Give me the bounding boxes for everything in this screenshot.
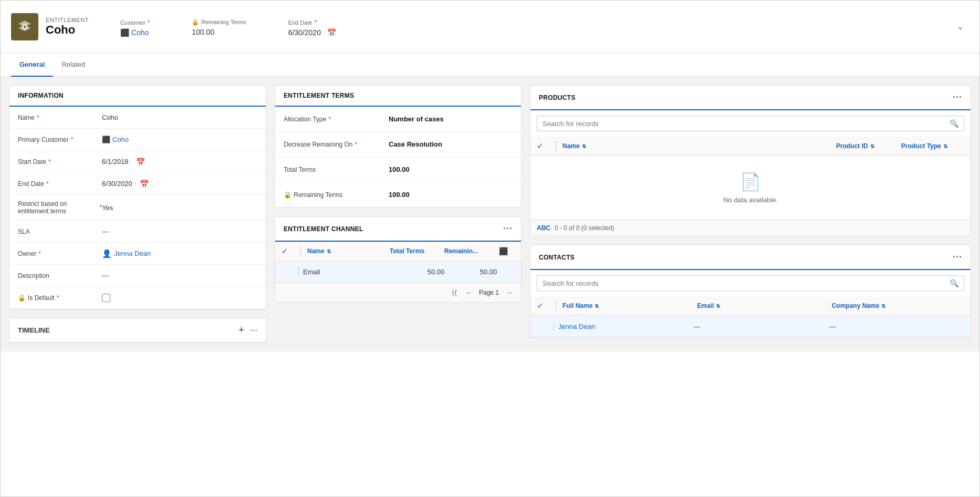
products-col-id-header[interactable]: Product ID ⇅ xyxy=(836,142,899,150)
is-default-lock-icon: 🔒 xyxy=(18,294,26,302)
remaining-terms-field: 🔒 Remaining Terms 100.00 xyxy=(192,19,246,36)
channel-row-0-total: 50.00 xyxy=(410,268,462,276)
end-date-info-calendar-icon[interactable]: 📅 xyxy=(140,180,149,188)
entitlement-channel-header: ENTITLEMENT CHANNEL ··· xyxy=(275,217,521,242)
info-row-is-default: 🔒 Is Default * xyxy=(9,287,266,309)
left-column: INFORMATION Name * Coho xyxy=(9,85,266,343)
tab-related[interactable]: Related xyxy=(53,53,93,77)
products-type-sort-icon: ⇅ xyxy=(943,143,947,149)
header-collapse-button[interactable]: ⌄ xyxy=(957,22,969,32)
contacts-select-all[interactable]: ✓ xyxy=(537,301,549,310)
channel-select-all-check[interactable]: ✓ xyxy=(282,246,294,256)
contacts-col-company-header[interactable]: Company Name ⇅ xyxy=(832,302,964,309)
info-value-end-date: 6/30/2020 📅 xyxy=(102,180,257,188)
info-row-end-date: End Date * 6/30/2020 📅 xyxy=(9,173,266,195)
contacts-row-0-name-link[interactable]: Jenna Dean xyxy=(558,323,595,330)
contacts-col-name-header[interactable]: Full Name ⇅ xyxy=(562,302,695,309)
main-content: INFORMATION Name * Coho xyxy=(1,77,979,351)
abc-label[interactable]: ABC xyxy=(537,224,550,232)
contacts-col-email-header[interactable]: Email ⇅ xyxy=(697,302,829,309)
contacts-company-sort-icon: ⇅ xyxy=(881,303,885,309)
primary-customer-required: * xyxy=(71,136,74,143)
products-count: 0 - 0 of 0 (0 selected) xyxy=(555,224,614,232)
products-id-sort-icon: ⇅ xyxy=(870,143,874,149)
start-date-calendar-icon[interactable]: 📅 xyxy=(136,158,145,166)
info-value-name: Coho xyxy=(102,113,257,121)
information-card-header: INFORMATION xyxy=(9,86,266,107)
products-header: PRODUCTS ··· xyxy=(530,86,971,110)
products-no-data: 📄 No data available. xyxy=(530,156,971,220)
products-more-button[interactable]: ··· xyxy=(953,92,962,103)
products-col-name-header[interactable]: Name ⇅ xyxy=(562,142,834,150)
tabs-bar: General Related xyxy=(1,53,979,77)
contacts-search-input[interactable] xyxy=(543,279,950,287)
terms-row-decrease: Decrease Remaining On * Case Resolution xyxy=(275,132,521,157)
products-grid-header: ✓ Name ⇅ Product ID ⇅ Product Type ⇅ xyxy=(530,137,971,156)
info-label-primary-customer: Primary Customer * xyxy=(18,136,102,143)
customer-link[interactable]: ⬛ Coho xyxy=(120,28,149,37)
channel-name-sort-icon: ⇅ xyxy=(327,248,331,254)
customer-value: ⬛ Coho xyxy=(120,28,150,37)
remaining-terms-value: 100.00 xyxy=(192,28,246,36)
end-date-field: End Date * 6/30/2020 📅 xyxy=(288,19,336,37)
channel-col-remain-header[interactable]: Remainin... xyxy=(444,247,497,255)
entity-name: Coho xyxy=(46,23,89,37)
info-row-primary-customer: Primary Customer * ⬛ Coho xyxy=(9,129,266,151)
info-row-owner: Owner * 👤 Jenna Dean xyxy=(9,243,266,265)
timeline-more-button[interactable]: ··· xyxy=(251,326,257,335)
timeline-card: Timeline + ··· xyxy=(9,318,266,343)
products-search-bar[interactable]: 🔍 xyxy=(537,116,964,131)
owner-link[interactable]: 👤 Jenna Dean xyxy=(102,249,151,258)
page-next-button[interactable]: → xyxy=(503,287,515,298)
info-row-restrict: Restrict based on entitlement terms * Ye… xyxy=(9,195,266,221)
primary-customer-link[interactable]: ⬛ Coho xyxy=(102,136,129,143)
products-select-all[interactable]: ✓ xyxy=(537,141,549,151)
channel-more-button[interactable]: ··· xyxy=(503,223,513,234)
contacts-more-button[interactable]: ··· xyxy=(953,252,962,263)
owner-user-icon: 👤 xyxy=(102,249,112,258)
tab-general[interactable]: General xyxy=(11,53,53,77)
is-default-required: * xyxy=(57,294,59,302)
middle-column: ENTITLEMENT TERMS Allocation Type * Numb… xyxy=(275,85,522,343)
entitlement-channel-body: ✓ Name ⇅ Total Terms Remainin... xyxy=(275,242,521,302)
entity-label: ENTITLEMENT xyxy=(46,17,89,23)
page-label: Page 1 xyxy=(479,289,499,296)
divider xyxy=(300,246,301,256)
contacts-search-bar[interactable]: 🔍 xyxy=(537,275,964,291)
decrease-required: * xyxy=(355,141,357,148)
end-date-calendar-icon[interactable]: 📅 xyxy=(327,28,336,37)
contacts-row-0-company: --- xyxy=(829,323,964,330)
contacts-email-sort-icon: ⇅ xyxy=(716,303,720,309)
entitlement-icon xyxy=(17,19,32,34)
information-card-body: Name * Coho Primary Customer * xyxy=(9,107,266,309)
page-first-button[interactable]: ⟨⟨ xyxy=(450,287,459,298)
terms-label-decrease: Decrease Remaining On * xyxy=(284,141,389,148)
info-label-restrict: Restrict based on entitlement terms * xyxy=(18,200,102,215)
customer-link-icon: ⬛ xyxy=(120,28,129,37)
channel-col-name-header[interactable]: Name ⇅ xyxy=(307,247,388,255)
terms-label-total: Total Terms xyxy=(284,166,389,173)
products-col-type-header[interactable]: Product Type ⇅ xyxy=(901,142,964,150)
entity-icon xyxy=(11,13,38,40)
page-prev-button[interactable]: ← xyxy=(463,287,475,298)
start-date-required: * xyxy=(48,158,51,165)
channel-row-0[interactable]: Email 50.00 50.00 xyxy=(275,261,521,283)
info-row-description: Description --- xyxy=(9,265,266,287)
info-value-primary-customer: ⬛ Coho xyxy=(102,136,257,143)
no-data-icon: 📄 xyxy=(740,172,761,192)
timeline-add-button[interactable]: + xyxy=(238,325,244,336)
channel-col-total-header[interactable]: Total Terms xyxy=(390,247,442,255)
timeline-title: Timeline xyxy=(18,326,238,334)
is-default-checkbox[interactable] xyxy=(102,294,110,302)
info-label-end-date: End Date * xyxy=(18,180,102,188)
end-date-info-required: * xyxy=(46,180,49,188)
terms-row-total: Total Terms 100.00 xyxy=(275,157,521,182)
terms-value-decrease: Case Resolution xyxy=(389,140,513,148)
timeline-actions: + ··· xyxy=(238,325,257,336)
contacts-grid-header: ✓ Full Name ⇅ Email ⇅ Company Name ⇅ xyxy=(530,296,971,316)
entitlement-terms-card: ENTITLEMENT TERMS Allocation Type * Numb… xyxy=(275,85,522,208)
info-label-owner: Owner * xyxy=(18,250,102,257)
products-search-input[interactable] xyxy=(543,120,950,128)
contacts-row-0-email: --- xyxy=(694,323,829,330)
contacts-row-0[interactable]: Jenna Dean --- --- xyxy=(530,316,971,337)
